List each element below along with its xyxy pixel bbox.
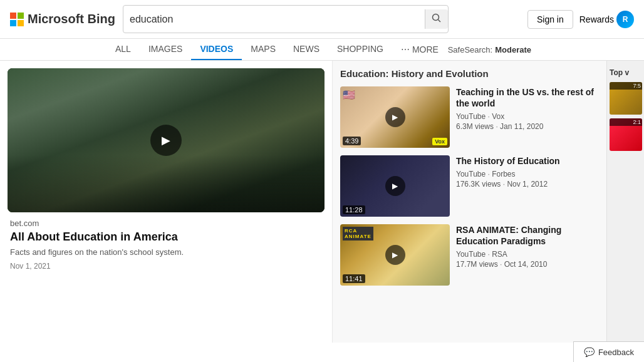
svg-point-0 [433, 14, 439, 21]
duration-badge-1: 4:39 [343, 137, 361, 145]
featured-title: All About Education in America [10, 230, 322, 244]
feedback-icon: 💬 [584, 347, 595, 357]
safesearch-label: SafeSearch: [448, 45, 493, 54]
svg-line-1 [439, 20, 441, 23]
video-stats-3: 17.7M views · Oct 14, 2010 [456, 260, 599, 269]
vox-badge: Vox [432, 138, 447, 145]
side-duration-2: 2:1 [610, 118, 642, 126]
video-item-1[interactable]: 🇺🇸 ▶ 4:39 Vox Teaching in the US vs. the… [340, 86, 599, 148]
nav-tabs: ALL IMAGES VIDEOS MAPS NEWS SHOPPING ⋯ M… [0, 39, 644, 61]
side-duration-1: 7:5 [610, 82, 642, 90]
featured-video[interactable]: ▶ [8, 68, 325, 212]
video-title-3: RSA ANIMATE: Changing Education Paradigm… [456, 224, 599, 247]
side-thumb-1[interactable]: 7:5 [610, 82, 642, 115]
featured-meta: bet.com All About Education in America F… [8, 212, 325, 277]
ms-square-yellow [18, 20, 24, 26]
tab-videos[interactable]: VIDEOS [191, 39, 242, 60]
ms-square-green [18, 13, 24, 19]
bing-logo: Microsoft Bing [10, 12, 115, 26]
tab-maps[interactable]: MAPS [242, 39, 284, 60]
tab-shopping[interactable]: SHOPPING [328, 39, 392, 60]
logo-text: Microsoft Bing [28, 12, 115, 26]
video-thumb-2: ▶ 11:28 [340, 155, 450, 217]
video-thumb-3: RCAANIMATE ▶ 11:41 [340, 224, 450, 286]
microsoft-logo [10, 13, 24, 26]
thumb-bg-1: 🇺🇸 ▶ 4:39 Vox [340, 86, 450, 148]
tab-all[interactable]: ALL [106, 39, 140, 60]
third-panel: Top v 7:5 2:1 [606, 61, 644, 343]
video-channel-3: YouTube · RSA [456, 250, 599, 259]
safesearch: SafeSearch: Moderate [448, 45, 538, 54]
tab-news[interactable]: NEWS [284, 39, 328, 60]
animate-badge: RCAANIMATE [343, 227, 373, 240]
feedback-button[interactable]: 💬 Feedback [573, 341, 644, 362]
rewards-label: Rewards [579, 14, 614, 24]
video-item-3[interactable]: RCAANIMATE ▶ 11:41 RSA ANIMATE: Changing… [340, 224, 599, 286]
header-right: Sign in Rewards R [527, 10, 634, 29]
tab-images[interactable]: IMAGES [140, 39, 191, 60]
duration-badge-2: 11:28 [343, 205, 365, 214]
more-label: MORE [412, 44, 439, 54]
video-stats-2: 176.3K views · Nov 1, 2012 [456, 180, 599, 189]
thumb-bg-2: ▶ 11:28 [340, 155, 450, 217]
video-channel-2: YouTube · Forbes [456, 170, 599, 178]
featured-date: Nov 1, 2021 [10, 262, 322, 271]
search-input[interactable] [130, 14, 425, 25]
main-content: ▶ bet.com All About Education in America… [0, 61, 644, 343]
safesearch-value: Moderate [495, 45, 531, 54]
thumb-bg-3: RCAANIMATE ▶ 11:41 [340, 224, 450, 286]
featured-description: Facts and figures on the nation's school… [10, 247, 322, 257]
video-stats-1: 6.3M views · Jan 11, 2020 [456, 122, 599, 131]
header: Microsoft Bing Sign in Rewards R [0, 0, 644, 39]
sign-in-button[interactable]: Sign in [527, 10, 573, 29]
section-title: Education: History and Evolution [340, 68, 599, 79]
video-info-3: RSA ANIMATE: Changing Education Paradigm… [456, 224, 599, 286]
thumb-play-3: ▶ [385, 245, 405, 265]
video-channel-1: YouTube · Vox [456, 112, 599, 121]
flag-icon: 🇺🇸 [343, 89, 355, 101]
ellipsis-icon: ⋯ [401, 44, 410, 54]
top-v-label: Top v [610, 68, 641, 77]
ms-square-blue [10, 20, 16, 26]
video-info-2: The History of Education YouTube · Forbe… [456, 155, 599, 217]
rewards-icon: R [616, 11, 634, 28]
featured-panel: ▶ bet.com All About Education in America… [0, 61, 332, 343]
search-icon [432, 13, 442, 23]
thumb-play-2: ▶ [385, 176, 405, 196]
featured-source: bet.com [10, 219, 322, 228]
search-bar [123, 5, 449, 33]
feedback-label: Feedback [598, 348, 634, 357]
ms-square-red [10, 13, 16, 19]
video-info-1: Teaching in the US vs. the rest of the w… [456, 86, 599, 148]
more-menu[interactable]: ⋯ MORE [392, 39, 447, 59]
search-button[interactable] [425, 9, 448, 29]
video-thumb-1: 🇺🇸 ▶ 4:39 Vox [340, 86, 450, 148]
video-item-2[interactable]: ▶ 11:28 The History of Education YouTube… [340, 155, 599, 217]
duration-badge-3: 11:41 [343, 274, 365, 283]
video-title-1: Teaching in the US vs. the rest of the w… [456, 86, 599, 109]
side-thumb-2[interactable]: 2:1 [610, 118, 642, 151]
thumb-play-1: ▶ [385, 107, 405, 127]
rewards-button[interactable]: Rewards R [579, 11, 634, 28]
featured-play-button[interactable]: ▶ [150, 125, 182, 156]
video-list-panel: Education: History and Evolution 🇺🇸 ▶ 4:… [332, 61, 606, 343]
video-title-2: The History of Education [456, 155, 599, 167]
